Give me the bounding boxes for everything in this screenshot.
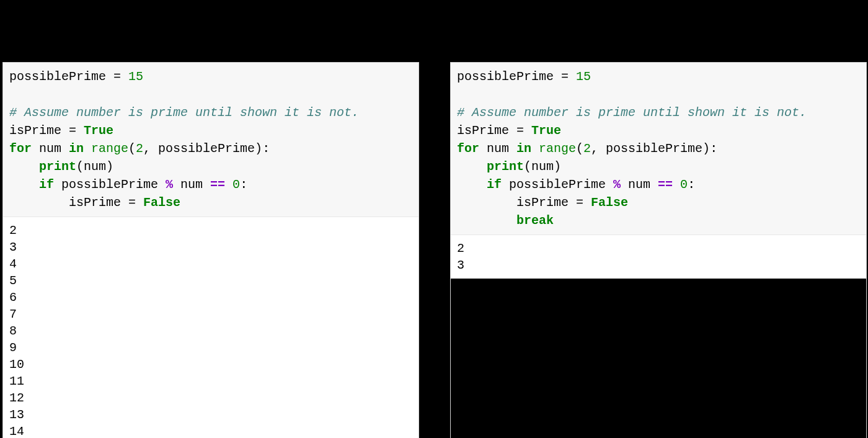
code-keyword-break: break bbox=[516, 213, 554, 228]
code-token: num bbox=[621, 177, 658, 192]
code-token: : bbox=[240, 177, 247, 192]
code-keyword: in bbox=[516, 141, 531, 156]
code-token: possiblePrime bbox=[502, 177, 613, 192]
code-operator: == bbox=[658, 177, 673, 192]
code-token: isPrime bbox=[457, 195, 576, 210]
code-token: range bbox=[84, 141, 128, 156]
code-token: = bbox=[61, 123, 84, 138]
code-token: range bbox=[531, 141, 576, 156]
code-token: possiblePrime bbox=[457, 69, 554, 84]
code-token: , possiblePrime): bbox=[143, 141, 270, 156]
code-token: True bbox=[84, 123, 113, 138]
code-token: = bbox=[128, 195, 143, 210]
code-token: possiblePrime bbox=[9, 69, 106, 84]
left-code-input: possiblePrime = 15 # Assume number is pr… bbox=[3, 63, 418, 217]
code-keyword: if bbox=[487, 177, 502, 192]
code-builtin: print bbox=[39, 159, 76, 174]
code-indent bbox=[9, 177, 39, 192]
code-operator: % bbox=[613, 177, 621, 192]
code-token: True bbox=[531, 123, 561, 138]
code-token: 2 bbox=[583, 141, 591, 156]
code-operator: % bbox=[166, 177, 173, 192]
code-token: num bbox=[173, 177, 210, 192]
code-token: ( bbox=[576, 141, 583, 156]
code-token: ( bbox=[128, 141, 136, 156]
code-token: isPrime bbox=[457, 123, 509, 138]
code-token: isPrime bbox=[9, 195, 128, 210]
code-indent bbox=[457, 213, 516, 228]
right-code-input: possiblePrime = 15 # Assume number is pr… bbox=[451, 63, 866, 235]
code-keyword: if bbox=[39, 177, 54, 192]
code-token: (num) bbox=[76, 159, 113, 174]
code-token: = bbox=[576, 195, 591, 210]
code-builtin: print bbox=[487, 159, 524, 174]
code-token: = bbox=[509, 123, 531, 138]
code-token: possiblePrime bbox=[54, 177, 166, 192]
code-token: False bbox=[143, 195, 180, 210]
code-token: (num) bbox=[524, 159, 561, 174]
comparison-container: possiblePrime = 15 # Assume number is pr… bbox=[0, 0, 868, 438]
right-output: 2 3 bbox=[451, 235, 866, 279]
code-comment: # Assume number is prime until shown it … bbox=[9, 105, 359, 120]
code-token: num bbox=[32, 141, 69, 156]
code-indent bbox=[457, 159, 487, 174]
code-keyword: in bbox=[69, 141, 84, 156]
left-output: 2 3 4 5 6 7 8 9 10 11 12 13 14 bbox=[3, 217, 418, 438]
code-keyword: for bbox=[457, 141, 479, 156]
code-token: : bbox=[688, 177, 695, 192]
code-token: 0 bbox=[673, 177, 688, 192]
code-token: , possiblePrime): bbox=[591, 141, 717, 156]
code-operator: == bbox=[210, 177, 225, 192]
code-indent bbox=[9, 159, 39, 174]
code-token: num bbox=[479, 141, 516, 156]
code-keyword: for bbox=[9, 141, 32, 156]
code-token: 15 bbox=[576, 69, 591, 84]
code-token: = bbox=[106, 69, 128, 84]
code-token: False bbox=[591, 195, 628, 210]
code-indent bbox=[457, 177, 487, 192]
code-token: = bbox=[554, 69, 576, 84]
code-token: 15 bbox=[128, 69, 143, 84]
right-cell: possiblePrime = 15 # Assume number is pr… bbox=[450, 62, 867, 438]
left-cell: possiblePrime = 15 # Assume number is pr… bbox=[2, 62, 419, 438]
code-token: 0 bbox=[225, 177, 240, 192]
code-token: isPrime bbox=[9, 123, 61, 138]
code-token: 2 bbox=[136, 141, 143, 156]
code-comment: # Assume number is prime until shown it … bbox=[457, 105, 807, 120]
